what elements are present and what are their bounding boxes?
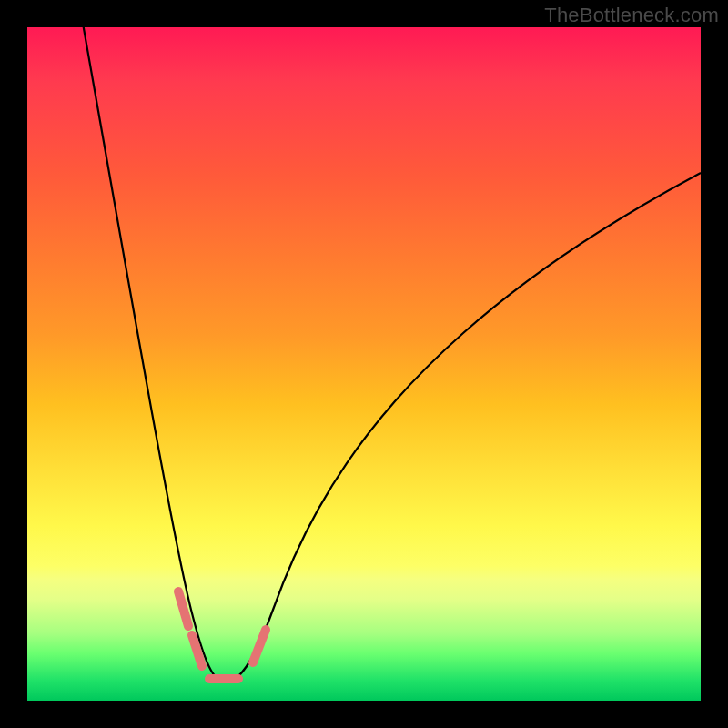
curve-marker xyxy=(253,630,266,662)
curve-marker xyxy=(178,592,188,626)
watermark-text: TheBottleneck.com xyxy=(544,4,719,27)
chart-svg xyxy=(27,27,701,701)
bottleneck-curve xyxy=(82,27,701,682)
chart-plot-area xyxy=(27,27,701,701)
curve-marker xyxy=(192,635,202,666)
